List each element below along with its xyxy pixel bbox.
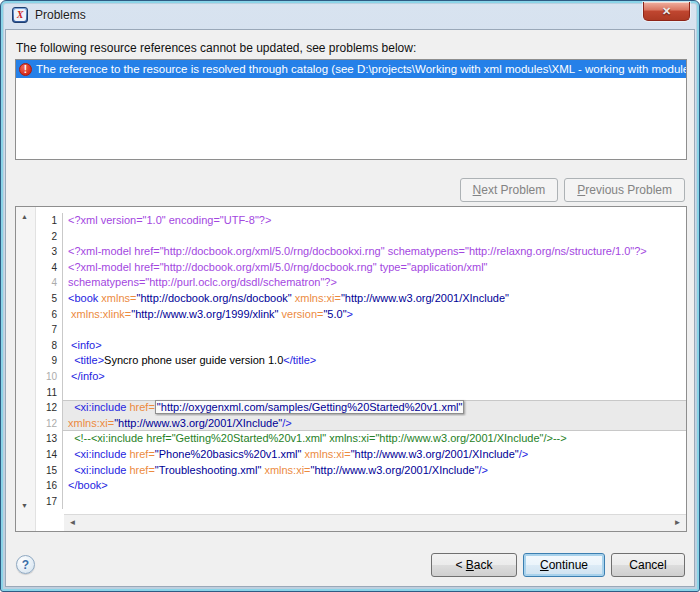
code-line: <?xml-model href="http://docbook.org/xml… (63, 260, 686, 276)
editor-row[interactable]: 7 (37, 322, 686, 338)
token-attr: xmlns:xi= (264, 464, 310, 476)
cancel-button[interactable]: Cancel (611, 553, 685, 577)
problem-nav-buttons: Next Problem Previous Problem (460, 178, 685, 202)
editor-row[interactable]: 13 <!--<xi:include href="Getting%20Start… (37, 431, 686, 447)
problem-text: The reference to the resource is resolve… (36, 63, 687, 75)
token-attr: xmlns:xi= (305, 448, 351, 460)
editor-lines: 1<?xml version="1.0" encoding="UTF-8"?>2… (37, 207, 686, 514)
editor-row[interactable]: 10 </info> (37, 369, 686, 385)
editor-row[interactable]: 6 xmlns:xlink="http://www.w3.org/1999/xl… (37, 307, 686, 323)
token-tag: <book (68, 292, 101, 304)
fold-collapse-top-icon[interactable]: ▲ (21, 213, 28, 220)
editor-row[interactable]: 4<?xml-model href="http://docbook.org/xm… (37, 260, 686, 276)
token-val: "5.0" (323, 308, 346, 320)
problems-dialog: X Problems ✕ The following resource refe… (0, 0, 700, 592)
token-val: "Troubleshooting.xml" (155, 464, 261, 476)
token-com: <!--<xi:include href="Getting%20Started%… (74, 432, 567, 444)
back-button[interactable]: < Back (431, 553, 517, 577)
token-tag: <xi:include (74, 464, 129, 476)
problems-list: ! The reference to the resource is resol… (15, 59, 687, 160)
help-icon[interactable]: ? (16, 555, 35, 574)
token-tag: /> (519, 448, 528, 460)
token-pi: <?xml-model href="http://docbook.org/xml… (68, 245, 647, 257)
continue-button[interactable]: Continue (523, 553, 605, 577)
editor-row[interactable]: 11 (37, 385, 686, 401)
token-val: "http://www.w3.org/1999/xlink" (131, 308, 278, 320)
code-line: </info> (63, 369, 686, 385)
line-number: 4 (37, 275, 63, 291)
editor-row[interactable]: 16</book> (37, 478, 686, 494)
editor-fold-gutter: ▲ ▼ (16, 207, 36, 531)
token-attr: version= (282, 308, 324, 320)
editor-row[interactable]: 4schematypens="http://purl.oclc.org/dsdl… (37, 275, 686, 291)
token-val: "http://www.w3.org/2001/XInclude" (114, 417, 282, 429)
line-number: 14 (37, 447, 63, 463)
token-tag: </info> (71, 370, 105, 382)
code-line: <xi:include href="http://oxygenxml.com/s… (63, 400, 686, 416)
line-number: 7 (37, 322, 63, 338)
titlebar[interactable]: X Problems ✕ (1, 1, 699, 29)
code-line: xmlns:xi="http://www.w3.org/2001/XInclud… (63, 416, 686, 432)
close-icon: ✕ (662, 5, 671, 18)
editor-row[interactable]: 12 <xi:include href="http://oxygenxml.co… (37, 400, 686, 416)
code-line: <info> (63, 338, 686, 354)
fold-collapse-bottom-icon[interactable]: ▼ (21, 502, 28, 509)
token-attr: xmlns:xi= (68, 417, 114, 429)
token-attr: href= (129, 448, 154, 460)
line-number: 12 (37, 416, 63, 432)
token-tag: /> (479, 464, 488, 476)
line-number: 11 (37, 385, 63, 401)
close-button[interactable]: ✕ (643, 2, 690, 21)
token-pi: <?xml version="1.0" encoding="UTF-8"?> (68, 214, 271, 226)
editor-row[interactable]: 3<?xml-model href="http://docbook.org/xm… (37, 244, 686, 260)
editor-row[interactable]: 5<book xmlns="http://docbook.org/ns/docb… (37, 291, 686, 307)
line-number: 12 (37, 400, 63, 416)
line-number: 10 (37, 369, 63, 385)
window-title: Problems (35, 8, 86, 22)
token-tag: <title> (74, 354, 104, 366)
code-line (63, 229, 686, 245)
code-line: <?xml version="1.0" encoding="UTF-8"?> (63, 213, 686, 229)
editor-row[interactable]: 8 <info> (37, 338, 686, 354)
token-tag: <xi:include (74, 448, 129, 460)
scroll-right-icon[interactable]: ► (669, 515, 686, 531)
token-val: "http://docbook.org/ns/docbook" (137, 292, 292, 304)
code-line: </book> (63, 478, 686, 494)
editor-row[interactable]: 9 <title>Syncro phone user guide version… (37, 353, 686, 369)
oxygen-x-glyph: X (14, 9, 26, 21)
line-number: 4 (37, 260, 63, 276)
oxygen-app-icon: X (12, 7, 28, 23)
line-number: 1 (37, 213, 63, 229)
token-attr: xmlns= (101, 292, 136, 304)
code-line (63, 494, 686, 510)
code-line (63, 322, 686, 338)
editor-row[interactable]: 17 (37, 494, 686, 510)
scroll-left-icon[interactable]: ◄ (64, 515, 81, 531)
editor-row[interactable]: 1<?xml version="1.0" encoding="UTF-8"?> (37, 213, 686, 229)
token-val: "http://www.w3.org/2001/XInclude" (341, 292, 509, 304)
line-number: 8 (37, 338, 63, 354)
editor-row[interactable]: 15 <xi:include href="Troubleshooting.xml… (37, 463, 686, 479)
editor-row[interactable]: 2 (37, 229, 686, 245)
code-line: <title>Syncro phone user guide version 1… (63, 353, 686, 369)
editor-row[interactable]: 14 <xi:include href="Phone%20basics%20v1… (37, 447, 686, 463)
horizontal-scrollbar[interactable]: ◄ ► (64, 514, 686, 531)
next-problem-button[interactable]: Next Problem (460, 178, 559, 202)
token-box: "http://oxygenxml.com/samples/Getting%20… (155, 400, 465, 414)
code-line: xmlns:xlink="http://www.w3.org/1999/xlin… (63, 307, 686, 323)
footer-buttons: < Back Continue Cancel (431, 553, 685, 577)
code-line: <xi:include href="Phone%20basics%20v1.xm… (63, 447, 686, 463)
previous-problem-button[interactable]: Previous Problem (564, 178, 685, 202)
token-attr: href= (129, 401, 154, 413)
code-line: <!--<xi:include href="Getting%20Started%… (63, 431, 686, 447)
line-number: 17 (37, 494, 63, 510)
code-line: <xi:include href="Troubleshooting.xml" x… (63, 463, 686, 479)
token-tag: > (347, 308, 353, 320)
editor-row[interactable]: 12xmlns:xi="http://www.w3.org/2001/XIncl… (37, 416, 686, 432)
token-attr: xmlns:xi= (295, 292, 341, 304)
problem-list-item[interactable]: ! The reference to the resource is resol… (16, 60, 686, 78)
line-number: 2 (37, 229, 63, 245)
token-attr: xmlns:xlink= (71, 308, 131, 320)
xml-source-editor[interactable]: ▲ ▼ 1<?xml version="1.0" encoding="UTF-8… (15, 206, 687, 532)
token-tag: </title> (283, 354, 316, 366)
